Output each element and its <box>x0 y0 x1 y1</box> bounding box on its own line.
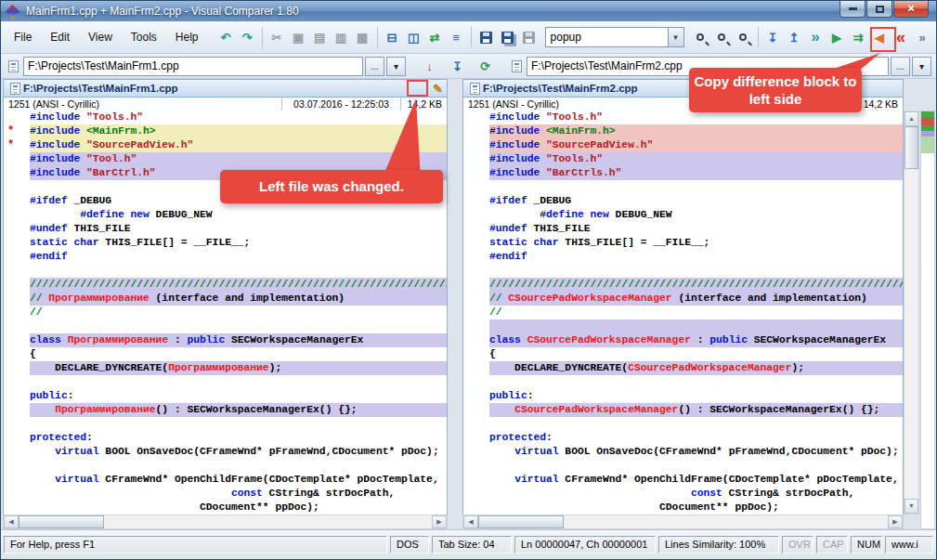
find-in-files-icon[interactable] <box>711 26 733 48</box>
scroll-down-icon[interactable]: ▼ <box>904 499 918 514</box>
scroll-left-icon[interactable]: ◀ <box>463 515 478 528</box>
hscroll-thumb[interactable] <box>478 515 564 528</box>
modified-line-mark <box>4 375 30 389</box>
save-left-icon[interactable] <box>475 26 497 48</box>
code-line <box>463 375 903 389</box>
map-diff-mark <box>921 137 934 153</box>
status-tab-size: Tab Size: 04 <box>432 536 512 553</box>
toolbar-overflow-icon[interactable]: » <box>912 26 933 48</box>
menu-item-tools[interactable]: Tools <box>122 28 166 46</box>
prev-difference-icon[interactable]: ↥ <box>784 26 805 48</box>
save-all-icon[interactable] <box>497 26 518 48</box>
code-line: #define new DEBUG_NEW <box>4 208 447 222</box>
hscroll-thumb[interactable] <box>19 515 104 528</box>
scroll-right-icon[interactable]: ▶ <box>432 515 447 528</box>
highlight-box-copy-diff-button <box>870 27 896 52</box>
swap-panes-icon[interactable]: ⇄ <box>424 26 446 48</box>
cut-icon[interactable]: ✂ <box>267 26 288 48</box>
code-line: #include <MainFrm.h> <box>463 124 903 138</box>
next-difference-icon[interactable]: ↧ <box>762 26 784 48</box>
modified-line-mark <box>463 111 489 124</box>
modified-line-mark <box>463 124 489 138</box>
left-browse-button[interactable]: ... <box>365 57 384 76</box>
auto-merge-icon[interactable]: ⇉ <box>848 26 869 48</box>
code-line: ////////////////////////////////////////… <box>4 278 447 292</box>
vertical-scrollbar[interactable]: ▲ ▼ <box>904 111 919 514</box>
scroll-left-icon[interactable]: ◀ <box>4 515 19 528</box>
code-line: virtual CFrameWnd* OpenChildFrame(CDocTe… <box>463 473 903 487</box>
save-right-icon[interactable] <box>518 26 540 48</box>
code-line <box>4 319 447 333</box>
menu-item-view[interactable]: View <box>79 28 122 46</box>
floppy-disk-icon <box>523 32 535 44</box>
status-lines-similarity: Lines Similarity: 100% <box>658 536 779 553</box>
code-line: protected: <box>463 431 903 445</box>
modified-line-mark <box>463 138 489 152</box>
right-path-dropdown[interactable]: ▾ <box>912 57 931 76</box>
minimize-button[interactable] <box>839 1 865 18</box>
chevron-down-icon[interactable]: ▾ <box>668 28 683 46</box>
scroll-right-icon[interactable]: ▶ <box>888 515 903 528</box>
close-button[interactable]: ✕ <box>893 1 929 18</box>
paste-lines-icon[interactable]: ▦ <box>352 26 373 48</box>
maximize-icon <box>876 6 884 13</box>
goto-difference-icon[interactable]: ↧ <box>447 55 468 77</box>
copy-block-right-icon[interactable]: » <box>805 26 826 48</box>
menu-item-file[interactable]: File <box>5 28 41 46</box>
minimize-icon <box>849 7 857 10</box>
modified-line-mark <box>4 166 30 180</box>
modified-line-mark <box>463 292 489 306</box>
reload-files-icon[interactable]: ⟳ <box>475 55 496 77</box>
modified-line-mark <box>4 333 30 347</box>
paste-icon[interactable]: ▤ <box>309 26 331 48</box>
left-pane-header[interactable]: F:\Projects\Test\MainFrm1.cpp ✎ <box>3 79 448 98</box>
center-icons: ↓↧⟳ <box>419 55 496 77</box>
code-line: #undef THIS_FILE <box>4 222 447 236</box>
copy-icon[interactable]: ▣ <box>288 26 309 48</box>
split-horizontal-icon[interactable]: ⊟ <box>382 26 403 48</box>
menu-item-edit[interactable]: Edit <box>41 28 79 46</box>
code-line: ////////////////////////////////////////… <box>463 278 903 292</box>
modified-line-mark <box>4 473 30 487</box>
magnifier-icon <box>718 33 725 41</box>
vscroll-thumb[interactable] <box>904 126 918 169</box>
redo-icon[interactable]: ↷ <box>237 26 258 48</box>
view-options-icon[interactable]: ≡ <box>446 26 467 48</box>
scheme-combobox[interactable]: popup ▾ <box>545 27 684 47</box>
modified-line-mark <box>463 417 489 431</box>
modified-line-mark <box>463 278 489 292</box>
find-next-icon[interactable] <box>733 26 754 48</box>
right-browse-button[interactable]: ... <box>891 57 910 76</box>
left-path-dropdown[interactable]: ▾ <box>386 57 406 76</box>
app-window: MainFrm1.cpp + MainFrm2.cpp - Visual Com… <box>0 0 937 560</box>
code-line: const CString& strDocPath, <box>4 487 447 501</box>
code-line: #include "Tools.h" <box>463 111 903 124</box>
code-line <box>4 417 447 431</box>
code-line: #undef THIS_FILE <box>463 222 903 236</box>
maximize-button[interactable] <box>866 1 892 18</box>
code-line: { <box>463 347 903 361</box>
right-code-editor[interactable]: #include "Tools.h"#include <MainFrm.h>#i… <box>462 111 904 514</box>
scroll-up-icon[interactable]: ▲ <box>904 111 918 126</box>
left-encoding: 1251 (ANSI - Cyrillic) <box>4 98 281 110</box>
code-line <box>463 180 903 194</box>
split-vertical-icon[interactable]: ◫ <box>403 26 424 48</box>
diff-overview-map[interactable] <box>920 111 935 529</box>
modified-line-mark <box>463 166 489 180</box>
code-line: // <box>463 306 903 319</box>
code-line <box>463 417 903 431</box>
find-icon[interactable] <box>690 26 711 48</box>
next-change-icon[interactable]: ▶ <box>826 26 848 48</box>
modified-line-mark <box>463 431 489 445</box>
modified-line-mark <box>4 431 30 445</box>
merge-down-icon[interactable]: ↓ <box>419 55 440 77</box>
modified-line-mark <box>463 487 489 501</box>
left-hscrollbar[interactable]: ◀ ▶ <box>3 514 448 529</box>
menu-item-help[interactable]: Help <box>166 28 208 46</box>
left-path-input[interactable] <box>23 57 363 76</box>
undo-icon[interactable]: ↶ <box>215 26 237 48</box>
copy-lines-icon[interactable]: ▥ <box>331 26 352 48</box>
callout-left-file-changed: Left file was changed. <box>220 170 443 203</box>
right-hscrollbar[interactable]: ◀ ▶ <box>462 514 904 529</box>
modified-line-mark <box>463 473 489 487</box>
